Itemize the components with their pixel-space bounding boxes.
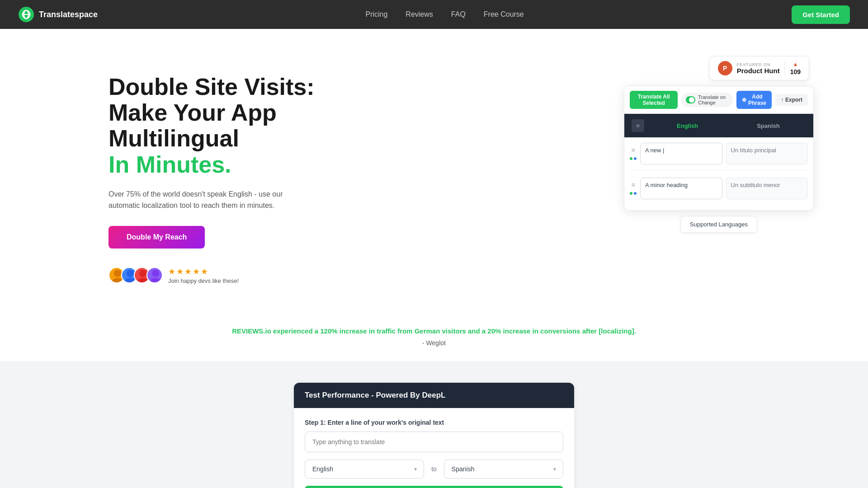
nav-links: Pricing Reviews FAQ Free Course <box>365 10 524 19</box>
ph-logo: P <box>718 61 732 75</box>
hero-left: Double Site Visits: Make Your App Multil… <box>108 65 315 284</box>
svg-point-5 <box>127 270 134 277</box>
phrase-icon-2: ≡ <box>631 181 635 188</box>
supported-languages-button[interactable]: Supported Languages <box>680 216 757 233</box>
nav-link-faq[interactable]: FAQ <box>451 10 466 19</box>
to-label: to <box>431 465 437 473</box>
ph-text: FEATURED ON Product Hunt <box>737 62 780 75</box>
app-toolbar: Translate All Selected Translate on Chan… <box>624 86 813 114</box>
translate-text-input[interactable] <box>305 432 563 452</box>
phrase-icon-wrap-2: ≡ <box>630 178 637 195</box>
phrase-english-input-1[interactable]: A new | <box>640 143 722 164</box>
dot-green-2 <box>630 192 632 195</box>
svg-point-8 <box>137 278 148 283</box>
phrase-english-input-2[interactable]: A minor heading <box>640 178 722 199</box>
toggle-label: Translate on Change <box>698 94 728 105</box>
hero-title: Double Site Visits: Make Your App Multil… <box>108 74 315 178</box>
testimonial-attribution: - Weglot <box>18 339 850 347</box>
testimonial-section: REVIEWS.io experienced a 120% increase i… <box>0 311 868 361</box>
nav-link-reviews[interactable]: Reviews <box>406 10 433 19</box>
add-phrase-label: Add Phrase <box>748 94 766 106</box>
phrase-icon-wrap-1: ≡ <box>630 143 637 160</box>
toggle-switch[interactable] <box>686 96 695 103</box>
phrase-icon-1: ≡ <box>631 146 635 154</box>
dot-green-1 <box>630 157 632 160</box>
logo-icon <box>18 6 34 23</box>
stars-area: ★★★★★ Join happy devs like these! <box>168 267 239 284</box>
hero-title-line3: Multilingual <box>108 125 239 151</box>
avatar-4 <box>146 267 163 283</box>
lower-section: Test Performance - Powered By DeepL Step… <box>0 361 868 488</box>
phrase-row-1: ≡ A new | Un título principal <box>630 143 808 170</box>
phrase-dots-1 <box>630 157 637 160</box>
phrase-row-2: ≡ A minor heading Un subtitulo menor <box>630 178 808 205</box>
ph-featured-label: FEATURED ON <box>737 62 780 67</box>
svg-point-4 <box>112 278 123 283</box>
svg-point-7 <box>139 270 146 277</box>
star-rating: ★★★★★ <box>168 267 239 277</box>
nav-link-free-course[interactable]: Free Course <box>484 10 524 19</box>
navbar: Translatespace Pricing Reviews FAQ Free … <box>0 0 868 29</box>
hero-title-green: In Minutes. <box>108 151 231 178</box>
nav-link-pricing[interactable]: Pricing <box>365 10 387 19</box>
translate-on-change-toggle[interactable]: Translate on Change <box>681 93 733 107</box>
export-icon: ↑ <box>781 97 783 103</box>
svg-point-9 <box>152 270 159 277</box>
hero-title-line1: Double Site Visits: <box>108 74 315 100</box>
test-card-body: Step 1: Enter a line of your work's orig… <box>294 408 574 488</box>
testimonial-link[interactable]: REVIEWS.io experienced a 120% increase i… <box>232 327 636 335</box>
dot-blue-1 <box>634 157 637 160</box>
logo-area[interactable]: Translatespace <box>18 6 98 23</box>
from-language-select-wrap: English Spanish French German <box>305 460 424 479</box>
export-button[interactable]: ↑ Export <box>775 94 808 106</box>
ph-arrow-icon: ▲ <box>793 61 798 67</box>
export-label: Export <box>785 97 802 103</box>
social-proof-label: Join happy devs like these! <box>168 277 239 284</box>
double-my-reach-button[interactable]: Double My Reach <box>108 226 205 249</box>
phrase-dots-2 <box>630 192 637 195</box>
ph-vote-count: 109 <box>790 68 801 75</box>
testimonial-text: REVIEWS.io experienced a 120% increase i… <box>18 326 850 337</box>
language-selectors: English Spanish French German to Spanish… <box>305 460 563 479</box>
translate-button[interactable]: Translate <box>305 486 563 488</box>
brand-name: Translatespace <box>39 10 98 19</box>
get-started-button[interactable]: Get Started <box>792 5 850 24</box>
add-phrase-button[interactable]: ⊕ Add Phrase <box>736 91 772 109</box>
hero-right: P FEATURED ON Product Hunt ▲ 109 Transla… <box>624 56 814 233</box>
hero-subtitle: Over 75% of the world doesn't speak Engl… <box>108 188 298 211</box>
from-language-select[interactable]: English Spanish French German <box>305 460 424 479</box>
svg-point-3 <box>114 270 121 277</box>
phrase-spanish-text-2: Un subtitulo menor <box>731 182 780 188</box>
test-card-title: Test Performance - Powered By DeepL <box>305 391 445 399</box>
lang-icon: ≡ <box>632 119 644 132</box>
to-language-select[interactable]: Spanish English French German <box>444 460 563 479</box>
ph-name: Product Hunt <box>737 67 780 75</box>
app-phrases: ≡ A new | Un título principal ≡ <box>624 137 813 210</box>
hero-title-line2: Make Your App <box>108 99 277 126</box>
step-label: Step 1: Enter a line of your work's orig… <box>305 419 563 426</box>
phrase-spanish-text-1: Un título principal <box>731 147 776 154</box>
svg-point-6 <box>125 278 136 283</box>
dot-blue-2 <box>634 192 637 195</box>
phrase-spanish-1: Un título principal <box>726 143 808 164</box>
ph-votes: ▲ 109 <box>784 61 801 75</box>
translate-all-button[interactable]: Translate All Selected <box>630 91 678 109</box>
avatars <box>108 267 163 283</box>
test-card-header: Test Performance - Powered By DeepL <box>294 383 574 408</box>
app-column-headers: ≡ English Spanish <box>624 114 813 137</box>
phrase-spanish-2: Un subtitulo menor <box>726 178 808 199</box>
spanish-column-header: Spanish <box>731 122 806 129</box>
to-language-select-wrap: Spanish English French German <box>444 460 563 479</box>
app-mockup: Translate All Selected Translate on Chan… <box>624 86 814 211</box>
hero-section: Double Site Visits: Make Your App Multil… <box>0 29 868 311</box>
svg-point-10 <box>150 278 161 283</box>
product-hunt-badge[interactable]: P FEATURED ON Product Hunt ▲ 109 <box>709 56 809 80</box>
social-proof: ★★★★★ Join happy devs like these! <box>108 267 315 284</box>
plus-icon: ⊕ <box>742 97 746 103</box>
test-performance-card: Test Performance - Powered By DeepL Step… <box>294 383 574 488</box>
english-column-header: English <box>650 122 725 129</box>
